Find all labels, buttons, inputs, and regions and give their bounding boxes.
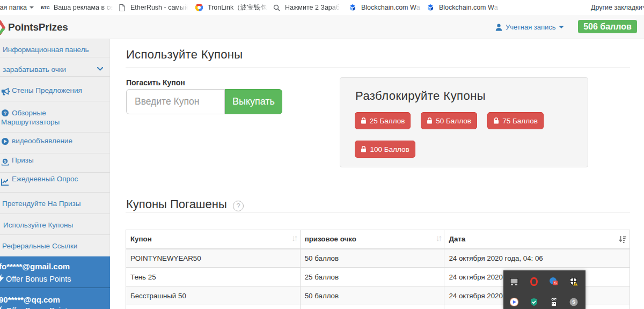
svg-text:?: ? <box>4 111 7 116</box>
svg-text:S: S <box>572 299 575 305</box>
svg-text:S: S <box>554 281 557 285</box>
svg-text:$: $ <box>4 159 6 164</box>
